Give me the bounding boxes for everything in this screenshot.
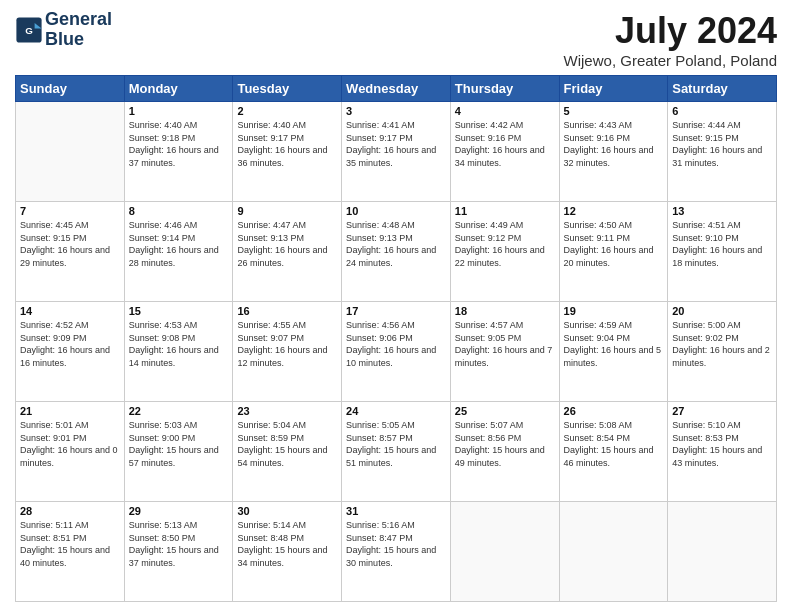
day-number: 13 [672,205,772,217]
day-info: Sunrise: 5:08 AM Sunset: 8:54 PM Dayligh… [564,419,664,469]
title-section: July 2024 Wijewo, Greater Poland, Poland [564,10,777,69]
day-info: Sunrise: 4:43 AM Sunset: 9:16 PM Dayligh… [564,119,664,169]
calendar-cell: 18Sunrise: 4:57 AM Sunset: 9:05 PM Dayli… [450,302,559,402]
calendar-cell: 14Sunrise: 4:52 AM Sunset: 9:09 PM Dayli… [16,302,125,402]
day-info: Sunrise: 4:53 AM Sunset: 9:08 PM Dayligh… [129,319,229,369]
calendar-week-row: 1Sunrise: 4:40 AM Sunset: 9:18 PM Daylig… [16,102,777,202]
calendar-title: July 2024 [564,10,777,52]
day-info: Sunrise: 4:56 AM Sunset: 9:06 PM Dayligh… [346,319,446,369]
day-info: Sunrise: 4:44 AM Sunset: 9:15 PM Dayligh… [672,119,772,169]
calendar-cell: 11Sunrise: 4:49 AM Sunset: 9:12 PM Dayli… [450,202,559,302]
calendar-cell: 8Sunrise: 4:46 AM Sunset: 9:14 PM Daylig… [124,202,233,302]
calendar-week-row: 7Sunrise: 4:45 AM Sunset: 9:15 PM Daylig… [16,202,777,302]
day-info: Sunrise: 4:55 AM Sunset: 9:07 PM Dayligh… [237,319,337,369]
calendar-week-row: 21Sunrise: 5:01 AM Sunset: 9:01 PM Dayli… [16,402,777,502]
calendar-cell: 17Sunrise: 4:56 AM Sunset: 9:06 PM Dayli… [342,302,451,402]
day-info: Sunrise: 4:45 AM Sunset: 9:15 PM Dayligh… [20,219,120,269]
day-number: 19 [564,305,664,317]
day-info: Sunrise: 4:47 AM Sunset: 9:13 PM Dayligh… [237,219,337,269]
calendar-cell: 1Sunrise: 4:40 AM Sunset: 9:18 PM Daylig… [124,102,233,202]
day-number: 3 [346,105,446,117]
day-info: Sunrise: 5:07 AM Sunset: 8:56 PM Dayligh… [455,419,555,469]
svg-text:G: G [25,25,33,36]
calendar-cell: 31Sunrise: 5:16 AM Sunset: 8:47 PM Dayli… [342,502,451,602]
calendar-subtitle: Wijewo, Greater Poland, Poland [564,52,777,69]
weekday-header: Tuesday [233,76,342,102]
calendar-cell [559,502,668,602]
day-number: 31 [346,505,446,517]
day-info: Sunrise: 4:50 AM Sunset: 9:11 PM Dayligh… [564,219,664,269]
day-number: 17 [346,305,446,317]
calendar-cell: 28Sunrise: 5:11 AM Sunset: 8:51 PM Dayli… [16,502,125,602]
calendar-cell: 26Sunrise: 5:08 AM Sunset: 8:54 PM Dayli… [559,402,668,502]
calendar-cell: 10Sunrise: 4:48 AM Sunset: 9:13 PM Dayli… [342,202,451,302]
day-number: 8 [129,205,229,217]
calendar-week-row: 14Sunrise: 4:52 AM Sunset: 9:09 PM Dayli… [16,302,777,402]
day-number: 24 [346,405,446,417]
day-info: Sunrise: 4:48 AM Sunset: 9:13 PM Dayligh… [346,219,446,269]
calendar-cell: 12Sunrise: 4:50 AM Sunset: 9:11 PM Dayli… [559,202,668,302]
day-info: Sunrise: 5:10 AM Sunset: 8:53 PM Dayligh… [672,419,772,469]
calendar-cell: 27Sunrise: 5:10 AM Sunset: 8:53 PM Dayli… [668,402,777,502]
day-info: Sunrise: 4:40 AM Sunset: 9:18 PM Dayligh… [129,119,229,169]
calendar-cell: 2Sunrise: 4:40 AM Sunset: 9:17 PM Daylig… [233,102,342,202]
day-info: Sunrise: 5:11 AM Sunset: 8:51 PM Dayligh… [20,519,120,569]
day-info: Sunrise: 4:59 AM Sunset: 9:04 PM Dayligh… [564,319,664,369]
calendar-cell [16,102,125,202]
day-number: 5 [564,105,664,117]
day-number: 23 [237,405,337,417]
day-number: 4 [455,105,555,117]
calendar-cell: 15Sunrise: 4:53 AM Sunset: 9:08 PM Dayli… [124,302,233,402]
calendar-cell: 22Sunrise: 5:03 AM Sunset: 9:00 PM Dayli… [124,402,233,502]
day-info: Sunrise: 5:16 AM Sunset: 8:47 PM Dayligh… [346,519,446,569]
header-row: SundayMondayTuesdayWednesdayThursdayFrid… [16,76,777,102]
day-info: Sunrise: 5:04 AM Sunset: 8:59 PM Dayligh… [237,419,337,469]
day-info: Sunrise: 4:52 AM Sunset: 9:09 PM Dayligh… [20,319,120,369]
day-number: 30 [237,505,337,517]
day-number: 27 [672,405,772,417]
calendar-cell: 20Sunrise: 5:00 AM Sunset: 9:02 PM Dayli… [668,302,777,402]
day-info: Sunrise: 4:41 AM Sunset: 9:17 PM Dayligh… [346,119,446,169]
day-info: Sunrise: 4:46 AM Sunset: 9:14 PM Dayligh… [129,219,229,269]
calendar-cell: 30Sunrise: 5:14 AM Sunset: 8:48 PM Dayli… [233,502,342,602]
weekday-header: Saturday [668,76,777,102]
calendar-cell: 9Sunrise: 4:47 AM Sunset: 9:13 PM Daylig… [233,202,342,302]
day-number: 9 [237,205,337,217]
day-number: 1 [129,105,229,117]
day-number: 7 [20,205,120,217]
day-number: 14 [20,305,120,317]
day-number: 18 [455,305,555,317]
logo-icon: G [15,16,43,44]
calendar-cell: 19Sunrise: 4:59 AM Sunset: 9:04 PM Dayli… [559,302,668,402]
day-number: 22 [129,405,229,417]
calendar-cell: 24Sunrise: 5:05 AM Sunset: 8:57 PM Dayli… [342,402,451,502]
day-number: 2 [237,105,337,117]
calendar-cell: 29Sunrise: 5:13 AM Sunset: 8:50 PM Dayli… [124,502,233,602]
logo-line1: General [45,10,112,30]
day-info: Sunrise: 5:05 AM Sunset: 8:57 PM Dayligh… [346,419,446,469]
header: G General Blue July 2024 Wijewo, Greater… [15,10,777,69]
day-number: 12 [564,205,664,217]
day-info: Sunrise: 4:49 AM Sunset: 9:12 PM Dayligh… [455,219,555,269]
weekday-header: Sunday [16,76,125,102]
day-number: 11 [455,205,555,217]
weekday-header: Friday [559,76,668,102]
weekday-header: Thursday [450,76,559,102]
calendar-cell: 23Sunrise: 5:04 AM Sunset: 8:59 PM Dayli… [233,402,342,502]
day-info: Sunrise: 5:13 AM Sunset: 8:50 PM Dayligh… [129,519,229,569]
logo-text: General Blue [45,10,112,50]
calendar-table: SundayMondayTuesdayWednesdayThursdayFrid… [15,75,777,602]
calendar-cell: 6Sunrise: 4:44 AM Sunset: 9:15 PM Daylig… [668,102,777,202]
calendar-cell [450,502,559,602]
day-info: Sunrise: 4:40 AM Sunset: 9:17 PM Dayligh… [237,119,337,169]
day-number: 28 [20,505,120,517]
calendar-cell [668,502,777,602]
day-info: Sunrise: 4:51 AM Sunset: 9:10 PM Dayligh… [672,219,772,269]
day-info: Sunrise: 4:57 AM Sunset: 9:05 PM Dayligh… [455,319,555,369]
calendar-week-row: 28Sunrise: 5:11 AM Sunset: 8:51 PM Dayli… [16,502,777,602]
day-number: 25 [455,405,555,417]
weekday-header: Monday [124,76,233,102]
day-number: 16 [237,305,337,317]
calendar-cell: 3Sunrise: 4:41 AM Sunset: 9:17 PM Daylig… [342,102,451,202]
day-number: 29 [129,505,229,517]
